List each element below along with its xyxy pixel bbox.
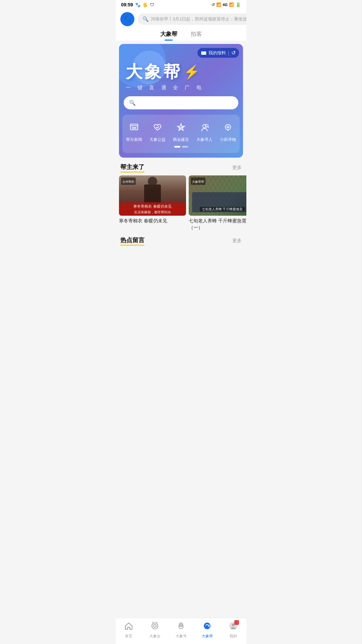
quick-link-gonyi[interactable]: 大象公益: [149, 120, 166, 143]
quick-links-row: 帮办新闻 大象公益 两会建言: [122, 120, 240, 143]
bangban-icon: [127, 120, 141, 135]
report-envelope-icon: ✉️: [201, 50, 206, 56]
bangzhu-title: 帮主来了: [120, 163, 144, 172]
banner-search-icon: 🔍: [129, 100, 136, 106]
quick-link-xunwu[interactable]: 小莉寻物: [220, 120, 236, 143]
card1-image: 生活有麻烦，都市帮到办 寒冬寄棉衣 春暖仍未见 台州帮的: [119, 175, 186, 216]
banner: ✉️ 我的报料 | ↺ 大象帮 ⚡ 一 键 直 通 全 广 电 🔍: [119, 44, 243, 158]
banner-search-bar[interactable]: 🔍: [124, 96, 238, 109]
bangban-label: 帮办新闻: [126, 137, 142, 143]
status-sync-icon: ↺: [212, 2, 215, 7]
status-icon-shield: 🛡: [150, 2, 154, 7]
app-logo[interactable]: 🐾: [120, 12, 134, 26]
status-bar: 09:59 🐾 🖐 🛡 ↺ 📶 4G 📶 🔋: [116, 0, 246, 9]
status-network-icon: 4G: [223, 3, 228, 7]
quick-links-panel: 帮办新闻 大象公益 两会建言: [122, 115, 240, 153]
my-report-label: 我的报料: [208, 50, 226, 56]
search-hint-text: 河南你早丨3月1日起，郑州这项政策停止；乘坐进...: [151, 16, 246, 22]
hotcomments-section-header: 热点留言 更多: [116, 231, 246, 249]
my-report-button[interactable]: ✉️ 我的报料 | ↺: [197, 48, 239, 58]
banner-subtitle: 一 键 直 通 全 广 电: [126, 85, 236, 91]
dot-2: [182, 146, 188, 148]
dot-1: [174, 146, 180, 148]
logo-paw-icon: 🐾: [123, 15, 132, 23]
banner-dots-indicator: [122, 146, 240, 148]
xunren-icon: [197, 120, 212, 135]
bangzhu-section-header: 帮主来了 更多: [116, 158, 246, 175]
hotcomments-title: 热点留言: [120, 236, 144, 245]
banner-main-title: 大象帮 ⚡: [126, 61, 236, 83]
tab-bar: 大象帮 拍客: [116, 26, 246, 41]
quick-link-xunren[interactable]: 大象寻人: [196, 120, 213, 143]
top-search-bar[interactable]: 🔍 河南你早丨3月1日起，郑州这项政策停止；乘坐进...: [138, 13, 246, 25]
svg-rect-0: [130, 124, 138, 130]
tab-paike[interactable]: 拍客: [191, 30, 202, 41]
status-icon-hand: 🖐: [142, 2, 148, 7]
bangzhu-more-link[interactable]: 更多: [232, 165, 242, 171]
jianyan-icon: [174, 120, 188, 135]
quick-link-bangban[interactable]: 帮办新闻: [126, 120, 142, 143]
svg-rect-2: [132, 127, 136, 129]
status-time: 09:59: [121, 2, 133, 7]
status-icon-paw: 🐾: [135, 2, 140, 7]
bangzhu-card-2[interactable]: 大象帮帮 七旬老人养蜂 千斤蜂蜜难卖 七旬老人养蜂 千斤蜂蜜急需买家（一）: [189, 175, 246, 231]
search-icon: 🔍: [142, 16, 149, 22]
gonyi-icon: [150, 120, 165, 135]
card2-image: 大象帮帮 七旬老人养蜂 千斤蜂蜜难卖: [189, 175, 246, 216]
tab-daxiangbang[interactable]: 大象帮: [160, 30, 177, 41]
jianyan-label: 两会建言: [173, 137, 189, 143]
lightning-icon: ⚡: [183, 64, 201, 80]
header: 🐾 🔍 河南你早丨3月1日起，郑州这项政策停止；乘坐进...: [116, 9, 246, 26]
card1-label: 寒冬寄棉衣 春暖仍未见: [133, 204, 171, 208]
gonyi-label: 大象公益: [149, 137, 166, 143]
card1-sublabel: 生活有麻烦，都市帮到办: [134, 210, 171, 214]
quick-link-jianyan[interactable]: 两会建言: [173, 120, 189, 143]
xunwu-icon: [221, 120, 235, 135]
svg-line-5: [208, 127, 208, 127]
xunren-label: 大象寻人: [196, 137, 213, 143]
hotcomments-more-link[interactable]: 更多: [232, 238, 242, 244]
card2-label: 七旬老人养蜂 千斤蜂蜜难卖: [200, 207, 245, 211]
bangzhu-card-1[interactable]: 生活有麻烦，都市帮到办 寒冬寄棉衣 春暖仍未见 台州帮的 寒冬寄棉衣 春暖仍未见: [119, 175, 186, 231]
status-wifi-icon: 📶: [216, 2, 221, 7]
bangzhu-cards-row: 生活有麻烦，都市帮到办 寒冬寄棉衣 春暖仍未见 台州帮的 寒冬寄棉衣 春暖仍未见: [116, 175, 246, 231]
card1-text: 寒冬寄棉衣 春暖仍未见: [119, 218, 186, 224]
refresh-icon: ↺: [231, 50, 236, 56]
status-signal-icon: 📶: [229, 2, 234, 7]
xunwu-label: 小莉寻物: [220, 137, 236, 143]
card2-text: 七旬老人养蜂 千斤蜂蜜急需买家（一）: [189, 218, 246, 231]
status-battery-icon: 🔋: [235, 2, 241, 7]
